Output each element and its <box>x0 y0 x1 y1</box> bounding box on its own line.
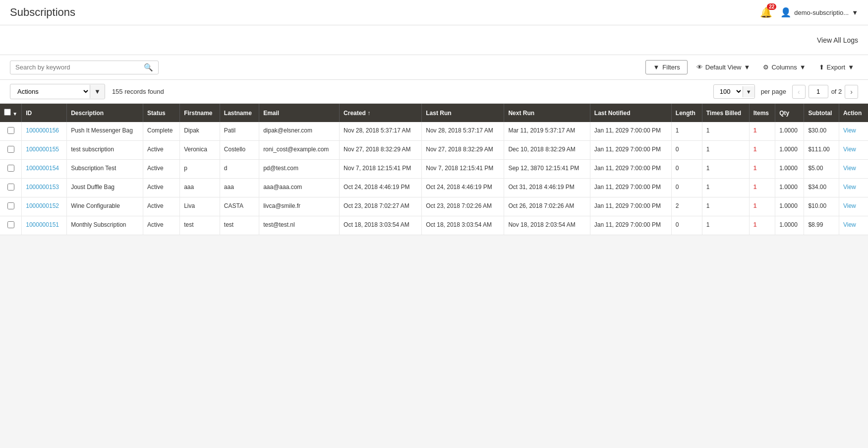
default-view-button[interactable]: 👁 Default View ▼ <box>693 61 754 73</box>
per-page-input[interactable]: 100 <box>714 85 743 98</box>
cell-last-notified: Jan 11, 2029 7:00:00 PM <box>590 179 671 197</box>
columns-button[interactable]: ⚙ Columns ▼ <box>759 61 810 73</box>
actions-dropdown[interactable]: Actions ▼ <box>10 84 105 99</box>
notifications-button[interactable]: 🔔 22 <box>760 6 772 18</box>
actions-select-arrow[interactable]: ▼ <box>90 85 105 98</box>
table-row: 1000000154 Subscription Test Active p d … <box>0 160 868 179</box>
view-link[interactable]: View <box>843 184 856 191</box>
row-checkbox-cell <box>0 197 22 216</box>
table-row: 1000000152 Wine Configurable Active Liva… <box>0 197 868 216</box>
cell-created: Oct 18, 2018 3:03:54 AM <box>340 216 422 235</box>
toolbar: 🔍 ▼ Filters 👁 Default View ▼ ⚙ Columns ▼… <box>0 55 868 80</box>
th-action: Action <box>839 104 868 122</box>
th-subtotal: Subtotal <box>804 104 839 122</box>
filter-icon: ▼ <box>653 64 659 71</box>
th-created[interactable]: Created ↑ <box>340 104 422 122</box>
search-input[interactable] <box>15 64 144 71</box>
cell-length: 2 <box>671 197 702 216</box>
notification-badge: 22 <box>767 3 776 10</box>
row-checkbox[interactable] <box>7 202 14 209</box>
cell-items: 1 <box>749 122 775 141</box>
cell-length: 0 <box>671 160 702 179</box>
filters-button[interactable]: ▼ Filters <box>645 60 687 74</box>
export-button[interactable]: ⬆ Export ▼ <box>815 61 858 73</box>
cell-firstname: Veronica <box>180 141 220 160</box>
cell-description: Subscription Test <box>67 160 143 179</box>
cell-firstname: Liva <box>180 197 220 216</box>
actions-select-input[interactable]: Actions <box>10 84 90 99</box>
cell-qty: 1.0000 <box>775 122 804 141</box>
search-icon: 🔍 <box>144 63 153 72</box>
cell-next-run: Nov 18, 2018 2:03:54 AM <box>504 216 590 235</box>
cell-firstname: Dipak <box>180 122 220 141</box>
th-check-arrow: ▼ <box>12 111 17 117</box>
cell-items: 1 <box>749 179 775 197</box>
cell-firstname: p <box>180 160 220 179</box>
th-last-notified: Last Notified <box>590 104 671 122</box>
cell-last-notified: Jan 11, 2029 7:00:00 PM <box>590 160 671 179</box>
cell-status: Active <box>143 160 179 179</box>
cell-times-billed: 1 <box>702 160 749 179</box>
row-checkbox[interactable] <box>7 165 14 172</box>
next-page-button[interactable]: › <box>845 85 858 99</box>
cell-description: Joust Duffle Bag <box>67 179 143 197</box>
cell-subtotal: $111.00 <box>804 141 839 160</box>
id-link[interactable]: 1000000155 <box>26 146 59 153</box>
export-label: Export <box>827 64 846 71</box>
export-chevron-icon: ▼ <box>848 64 854 71</box>
id-link[interactable]: 1000000153 <box>26 184 59 191</box>
cell-status: Complete <box>143 122 179 141</box>
cell-action: View <box>839 197 868 216</box>
cell-items: 1 <box>749 216 775 235</box>
table-body: 1000000156 Push It Messenger Bag Complet… <box>0 122 868 235</box>
row-checkbox[interactable] <box>7 146 14 153</box>
cell-id: 1000000151 <box>22 216 67 235</box>
view-link[interactable]: View <box>843 202 856 209</box>
th-last-run: Last Run <box>422 104 504 122</box>
th-next-run: Next Run <box>504 104 590 122</box>
id-link[interactable]: 1000000151 <box>26 221 59 228</box>
id-link[interactable]: 1000000156 <box>26 127 59 134</box>
cell-status: Active <box>143 179 179 197</box>
row-checkbox[interactable] <box>7 127 14 134</box>
page-number-input[interactable] <box>809 85 828 98</box>
toolbar-right: ▼ Filters 👁 Default View ▼ ⚙ Columns ▼ ⬆… <box>645 60 858 74</box>
th-status: Status <box>143 104 179 122</box>
view-link[interactable]: View <box>843 146 856 153</box>
id-link[interactable]: 1000000152 <box>26 202 59 209</box>
cell-description: Push It Messenger Bag <box>67 122 143 141</box>
cell-last-notified: Jan 11, 2029 7:00:00 PM <box>590 141 671 160</box>
per-page-arrow[interactable]: ▼ <box>743 86 754 97</box>
view-link[interactable]: View <box>843 165 856 172</box>
th-email: Email <box>259 104 340 122</box>
cell-qty: 1.0000 <box>775 179 804 197</box>
table-row: 1000000153 Joust Duffle Bag Active aaa a… <box>0 179 868 197</box>
row-checkbox[interactable] <box>7 221 14 228</box>
cell-next-run: Oct 26, 2018 7:02:26 AM <box>504 197 590 216</box>
cell-qty: 1.0000 <box>775 216 804 235</box>
cell-items: 1 <box>749 197 775 216</box>
cell-id: 1000000154 <box>22 160 67 179</box>
cell-subtotal: $8.99 <box>804 216 839 235</box>
prev-page-button[interactable]: ‹ <box>792 85 806 99</box>
per-page-select[interactable]: 100 ▼ <box>713 84 755 99</box>
cell-qty: 1.0000 <box>775 141 804 160</box>
cell-email: roni_cost@example.com <box>259 141 340 160</box>
cell-email: dipak@elsner.com <box>259 122 340 141</box>
view-link[interactable]: View <box>843 221 856 228</box>
cell-lastname: CASTA <box>220 197 259 216</box>
cell-action: View <box>839 160 868 179</box>
id-link[interactable]: 1000000154 <box>26 165 59 172</box>
cell-next-run: Dec 10, 2018 8:32:29 AM <box>504 141 590 160</box>
view-link[interactable]: View <box>843 127 856 134</box>
th-qty: Qty <box>775 104 804 122</box>
view-all-logs-button[interactable]: View All Logs <box>817 36 858 44</box>
cell-action: View <box>839 122 868 141</box>
user-menu-button[interactable]: 👤 demo-subscriptio... ▼ <box>780 7 858 18</box>
cell-last-notified: Jan 11, 2029 7:00:00 PM <box>590 122 671 141</box>
cell-lastname: test <box>220 216 259 235</box>
select-all-checkbox[interactable] <box>4 109 11 116</box>
row-checkbox[interactable] <box>7 184 14 191</box>
cell-email: livca@smile.fr <box>259 197 340 216</box>
cell-lastname: d <box>220 160 259 179</box>
